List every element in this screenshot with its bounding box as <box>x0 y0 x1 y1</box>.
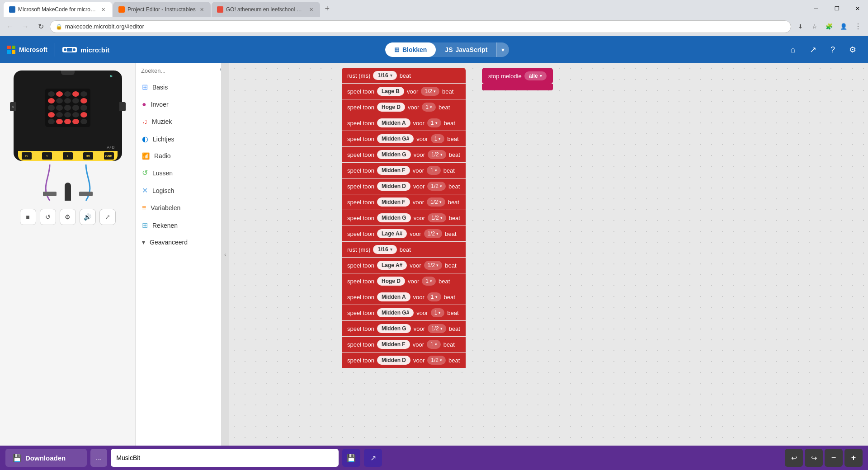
note-pill-6[interactable]: Midden F <box>377 166 410 175</box>
download-browser-btn[interactable]: ⬇ <box>794 20 807 33</box>
beat-dropdown-15[interactable]: 1 ▾ <box>431 308 445 317</box>
block-speel-16[interactable]: speel toon Midden G voor 1/2 ▾ beat <box>342 321 466 336</box>
rust-value-0[interactable]: 1/16 ▾ <box>373 71 396 80</box>
help-button[interactable]: ? <box>825 42 841 58</box>
note-pill-4[interactable]: Midden G# <box>377 134 414 143</box>
category-basis[interactable]: ⊞ Basis <box>136 78 221 96</box>
block-speel-2[interactable]: speel toon Hoge D voor 1 ▾ beat <box>342 99 466 115</box>
note-pill-15[interactable]: Midden G# <box>377 308 414 317</box>
note-pill-5[interactable]: Midden G <box>377 150 411 159</box>
tab-instructables[interactable]: Project Editor - Instructables ✕ <box>113 2 211 17</box>
toggle-dropdown-button[interactable]: ▾ <box>496 42 509 57</box>
category-variabelen[interactable]: ≡ Variabelen <box>136 199 221 216</box>
address-bar[interactable]: 🔒 makecode.microbit.org/#editor <box>50 20 791 33</box>
category-logisch[interactable]: ✕ Logisch <box>136 182 221 199</box>
block-speel-15[interactable]: speel toon Midden G# voor 1 ▾ beat <box>342 305 466 320</box>
download-button[interactable]: 💾 Downloaden <box>5 449 87 467</box>
minimize-button[interactable]: ─ <box>806 1 826 16</box>
block-speel-6[interactable]: speel toon Midden F voor 1 ▾ beat <box>342 163 466 178</box>
refresh-button[interactable]: ↻ <box>34 20 47 33</box>
profile-btn[interactable]: 👤 <box>837 20 850 33</box>
sim-fullscreen-button[interactable]: ⤢ <box>99 209 116 225</box>
rust-value-11[interactable]: 1/16 ▾ <box>373 245 396 254</box>
project-name-input[interactable] <box>111 449 339 467</box>
javascript-toggle-button[interactable]: JS JavaScript <box>436 42 496 57</box>
note-pill-1[interactable]: Lage B <box>377 87 404 96</box>
bookmark-btn[interactable]: ☆ <box>808 20 821 33</box>
beat-dropdown-16[interactable]: 1/2 ▾ <box>428 324 446 333</box>
note-pill-7[interactable]: Midden D <box>377 182 410 191</box>
note-pill-9[interactable]: Midden G <box>377 213 411 222</box>
beat-dropdown-9[interactable]: 1/2 ▾ <box>428 213 446 222</box>
block-speel-9[interactable]: speel toon Midden G voor 1/2 ▾ beat <box>342 210 466 226</box>
tab-close-go[interactable]: ✕ <box>308 6 315 14</box>
back-button[interactable]: ← <box>4 20 16 33</box>
category-lussen[interactable]: ↺ Lussen <box>136 164 221 182</box>
note-pill-10[interactable]: Lage A# <box>377 229 407 238</box>
blocks-toggle-button[interactable]: ⊞ Blokken <box>385 42 436 57</box>
stop-melodie-dropdown-arrow[interactable]: ▾ <box>540 74 542 78</box>
beat-dropdown-2[interactable]: 1 ▾ <box>422 103 436 112</box>
note-pill-13[interactable]: Hoge D <box>377 277 405 286</box>
stop-melodie-block-group[interactable]: stop melodie alle ▾ <box>482 68 553 90</box>
share-project-button[interactable]: ↗ <box>364 449 382 467</box>
beat-dropdown-7[interactable]: 1/2 ▾ <box>427 182 446 191</box>
beat-dropdown-12[interactable]: 1/2 ▾ <box>424 261 443 270</box>
category-geavanceerd[interactable]: ▾ Geavanceerd <box>136 234 221 250</box>
extensions-btn[interactable]: 🧩 <box>823 20 835 33</box>
beat-dropdown-3[interactable]: 1 ▾ <box>427 118 441 127</box>
note-pill-14[interactable]: Midden A <box>377 292 410 301</box>
category-invoer[interactable]: ● Invoer <box>136 96 221 113</box>
panel-collapse-handle[interactable]: ‹ <box>222 63 229 446</box>
stop-melodie-value-pill[interactable]: alle ▾ <box>524 71 547 80</box>
beat-dropdown-5[interactable]: 1/2 ▾ <box>428 150 446 159</box>
block-speel-18[interactable]: speel toon Midden D voor 1/2 ▾ beat <box>342 352 466 368</box>
note-pill-12[interactable]: Lage A# <box>377 261 407 270</box>
save-project-button[interactable]: 💾 <box>342 449 360 467</box>
block-speel-12[interactable]: speel toon Lage A# voor 1/2 ▾ beat <box>342 258 466 273</box>
beat-dropdown-10[interactable]: 1/2 ▾ <box>424 229 443 238</box>
mb-right-button[interactable] <box>119 102 126 111</box>
category-lichtjes[interactable]: ◐ Lichtjes <box>136 130 221 148</box>
zoom-out-button[interactable]: − <box>825 449 843 467</box>
note-pill-18[interactable]: Midden D <box>377 356 410 365</box>
beat-dropdown-17[interactable]: 1 ▾ <box>427 340 441 349</box>
note-pill-3[interactable]: Midden A <box>377 118 410 127</box>
add-tab-button[interactable]: + <box>321 2 334 15</box>
code-canvas[interactable]: stop melodie alle ▾ rust (ms) <box>229 63 868 446</box>
sim-sound-button[interactable]: 🔊 <box>80 209 96 225</box>
home-button[interactable]: ⌂ <box>785 42 801 58</box>
block-speel-14[interactable]: speel toon Midden A voor 1 ▾ beat <box>342 289 466 305</box>
note-pill-8[interactable]: Midden F <box>377 197 410 207</box>
menu-btn[interactable]: ⋮ <box>852 20 864 33</box>
block-speel-7[interactable]: speel toon Midden D voor 1/2 ▾ beat <box>342 179 466 194</box>
block-rust-11[interactable]: rust (ms) 1/16 ▾ beat <box>342 242 466 257</box>
block-speel-1[interactable]: speel toon Lage B voor 1/2 ▾ beat <box>342 84 466 99</box>
block-speel-4[interactable]: speel toon Midden G# voor 1 ▾ beat <box>342 131 466 146</box>
canvas-scroll-area[interactable]: stop melodie alle ▾ rust (ms) <box>229 63 868 446</box>
beat-dropdown-6[interactable]: 1 ▾ <box>427 166 441 175</box>
sim-restart-button[interactable]: ↺ <box>40 209 56 225</box>
more-options-button[interactable]: ... <box>90 449 107 467</box>
beat-dropdown-18[interactable]: 1/2 ▾ <box>427 356 446 365</box>
beat-dropdown-4[interactable]: 1 ▾ <box>431 134 445 143</box>
stop-melodie-block[interactable]: stop melodie alle ▾ <box>482 68 553 84</box>
forward-button[interactable]: → <box>19 20 32 33</box>
block-speel-13[interactable]: speel toon Hoge D voor 1 ▾ beat <box>342 273 466 289</box>
beat-dropdown-8[interactable]: 1/2 ▾ <box>427 197 445 207</box>
zoom-in-button[interactable]: + <box>844 449 863 467</box>
note-pill-2[interactable]: Hoge D <box>377 103 405 112</box>
block-rust-0[interactable]: rust (ms) 1/16 ▾ beat <box>342 68 466 83</box>
tab-close-microbit[interactable]: ✕ <box>100 6 107 14</box>
note-pill-16[interactable]: Midden G <box>377 324 411 333</box>
block-speel-8[interactable]: speel toon Midden F voor 1/2 ▾ beat <box>342 194 466 210</box>
restore-button[interactable]: ❐ <box>826 1 847 16</box>
tab-microbit[interactable]: Microsoft MakeCode for micro:b... ✕ <box>4 2 112 17</box>
note-pill-17[interactable]: Midden F <box>377 340 410 349</box>
sim-stop-button[interactable]: ■ <box>20 209 36 225</box>
beat-dropdown-14[interactable]: 1 ▾ <box>427 292 441 301</box>
mb-left-button[interactable]: A <box>10 102 16 111</box>
tab-close-instructables[interactable]: ✕ <box>198 6 205 14</box>
block-speel-10[interactable]: speel toon Lage A# voor 1/2 ▾ beat <box>342 226 466 241</box>
beat-dropdown-1[interactable]: 1/2 ▾ <box>421 87 439 96</box>
